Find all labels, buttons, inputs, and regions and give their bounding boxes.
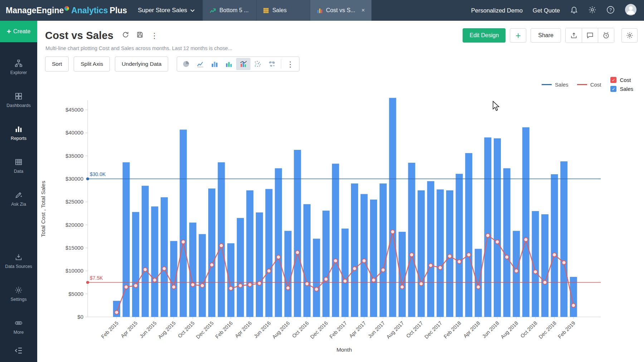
title-row: Cost vs Sales ⋮ Edit Design + Share	[37, 21, 644, 43]
svg-text:$10000: $10000	[65, 268, 83, 274]
svg-text:Feb 2019: Feb 2019	[557, 320, 576, 340]
stacked-bar-chart-icon[interactable]	[222, 58, 236, 70]
svg-text:$45000: $45000	[65, 107, 83, 113]
svg-text:$25000: $25000	[65, 199, 83, 205]
svg-text:Oct 2015: Oct 2015	[177, 320, 196, 339]
legend-label: Cost	[590, 82, 601, 88]
line-chart-icon[interactable]	[193, 58, 208, 70]
bell-icon[interactable]	[570, 6, 578, 15]
chevron-down-icon	[190, 7, 195, 14]
avatar[interactable]	[625, 4, 637, 17]
checkbox-label: Cost	[620, 77, 631, 83]
sidebar-item-label: Dashboards	[6, 103, 30, 108]
map-chart-icon[interactable]	[265, 58, 279, 70]
tab-bottom-5[interactable]: Bottom 5 ...	[203, 0, 256, 21]
sidebar-item-more[interactable]: More	[0, 319, 37, 335]
refresh-icon[interactable]	[122, 31, 129, 40]
save-icon[interactable]	[136, 31, 143, 40]
scatter-chart-icon[interactable]	[250, 58, 265, 70]
legend-swatch	[577, 84, 587, 85]
trend-up-icon	[209, 7, 216, 14]
series-checkbox-sales[interactable]: ✓Sales	[610, 86, 633, 92]
sidebar-item-reports[interactable]: Reports	[0, 125, 37, 141]
cost-vs-sales-chart: $0$5000$10000$15000$20000$25000$30000$35…	[37, 94, 644, 361]
svg-text:Feb 2017: Feb 2017	[328, 320, 348, 340]
tab-label: Cost vs S...	[326, 7, 355, 14]
bar-chart-icon[interactable]	[208, 58, 222, 70]
workspace-dropdown[interactable]: Super Store Sales	[130, 0, 203, 21]
edit-design-button[interactable]: Edit Design	[463, 28, 506, 43]
pie-chart-icon[interactable]	[179, 58, 193, 70]
sidebar-item-explorer[interactable]: Explorer	[0, 59, 37, 75]
svg-text:Jun 2017: Jun 2017	[367, 320, 386, 339]
sort-button[interactable]: Sort	[45, 57, 69, 72]
legend-label: Sales	[555, 82, 569, 88]
workspace-name: Super Store Sales	[138, 7, 187, 14]
sidebar-item-data[interactable]: Data	[0, 158, 37, 174]
report-icon-group	[565, 28, 614, 43]
legend-line-sales: Sales	[542, 82, 569, 88]
collapse-sidebar-button[interactable]	[14, 346, 23, 356]
chart-area: $0$5000$10000$15000$20000$25000$30000$35…	[37, 94, 644, 361]
sidebar-item-label: Settings	[10, 297, 26, 302]
create-label: Create	[13, 28, 30, 35]
schedule-clock-icon[interactable]	[598, 28, 614, 43]
gear-icon[interactable]	[588, 6, 596, 15]
sidebar-item-settings[interactable]: Settings	[0, 286, 37, 302]
more-chart-types-icon[interactable]: ⋮	[283, 58, 297, 70]
sidebar-item-label: Explorer	[10, 70, 27, 75]
chart-toolbar: SortSplit AxisUnderlying Data ⋮	[45, 57, 644, 72]
personalized-demo-link[interactable]: Personalized Demo	[471, 7, 523, 14]
svg-text:Oct 2016: Oct 2016	[291, 320, 310, 339]
split-axis-button[interactable]: Split Axis	[74, 57, 110, 72]
svg-text:Dec 2016: Dec 2016	[309, 320, 329, 340]
share-button[interactable]: Share	[531, 28, 561, 43]
brand-logo: ManageEngine Analytics Plus	[0, 0, 130, 21]
svg-text:Apr 2017: Apr 2017	[348, 320, 367, 339]
report-actions: Edit Design + Share	[463, 28, 638, 43]
brand-analytics: Analytics	[71, 6, 108, 15]
sales-bars[interactable]	[113, 98, 577, 317]
reference-line-label: $30.0K	[90, 171, 106, 177]
svg-text:Jun 2016: Jun 2016	[253, 320, 272, 339]
svg-text:Oct 2017: Oct 2017	[405, 320, 424, 339]
create-button[interactable]: + Create	[0, 21, 37, 42]
close-icon[interactable]: ×	[361, 7, 365, 14]
checkbox-icon[interactable]: ✓	[610, 86, 616, 92]
sidebar-item-data-sources[interactable]: Data Sources	[0, 253, 37, 269]
line-legend: SalesCost	[542, 82, 601, 88]
comment-icon[interactable]	[582, 28, 598, 43]
chart-type-strip: ⋮	[177, 57, 299, 72]
page-title: Cost vs Sales	[45, 30, 113, 41]
tab-cost-vs-s[interactable]: Cost vs S...×	[310, 0, 372, 21]
svg-text:?: ?	[609, 7, 612, 12]
sidebar-item-dashboards[interactable]: Dashboards	[0, 92, 37, 108]
sidebar-item-label: Data Sources	[5, 264, 32, 269]
more-options-icon[interactable]: ⋮	[151, 32, 158, 39]
get-quote-link[interactable]: Get Quote	[533, 7, 560, 14]
settings-gear-icon[interactable]	[621, 28, 638, 43]
svg-text:Apr 2015: Apr 2015	[119, 320, 138, 339]
svg-text:Aug 2016: Aug 2016	[271, 320, 291, 340]
series-checkboxes: ✓Cost✓Sales	[610, 77, 633, 92]
export-icon[interactable]	[566, 28, 582, 43]
help-icon[interactable]: ?	[606, 6, 615, 15]
svg-text:Feb 2016: Feb 2016	[214, 320, 234, 340]
checkbox-icon[interactable]: ✓	[610, 77, 616, 83]
svg-text:Jun 2018: Jun 2018	[481, 320, 501, 339]
svg-text:Feb 2015: Feb 2015	[100, 320, 119, 340]
top-right-area: Personalized Demo Get Quote ?	[471, 0, 644, 21]
sidebar-item-ask-zia[interactable]: Ask Zia	[0, 191, 37, 207]
svg-text:Dec 2017: Dec 2017	[423, 320, 443, 340]
add-button[interactable]: +	[510, 28, 526, 43]
underlying-data-button[interactable]: Underlying Data	[115, 57, 168, 72]
reference-line-label: $7.5K	[90, 275, 103, 281]
series-checkbox-cost[interactable]: ✓Cost	[610, 77, 633, 83]
tab-sales[interactable]: Sales	[256, 0, 310, 21]
svg-text:$0: $0	[77, 314, 83, 320]
combo-chart-icon[interactable]	[236, 58, 250, 70]
settings-icon	[15, 286, 23, 294]
svg-text:Apr 2016: Apr 2016	[234, 320, 253, 339]
svg-text:Apr 2018: Apr 2018	[462, 320, 481, 339]
sidebar: + Create ExplorerDashboardsReportsDataAs…	[0, 21, 37, 362]
